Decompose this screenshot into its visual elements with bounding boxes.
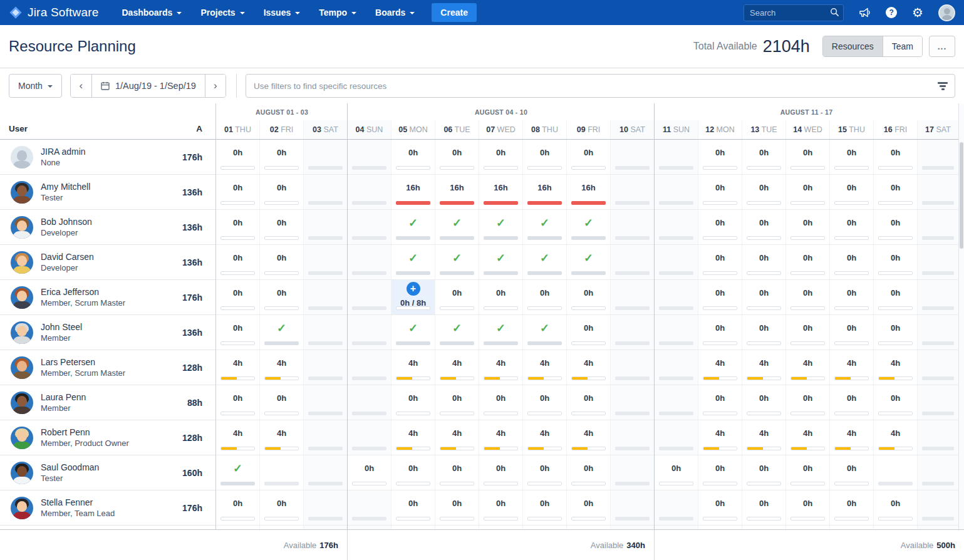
cell-off[interactable] bbox=[348, 315, 391, 350]
cell-zero[interactable]: 0h bbox=[348, 455, 391, 490]
cell-zero[interactable]: 0h bbox=[391, 385, 435, 420]
cell-off[interactable] bbox=[655, 315, 698, 350]
cell-zero[interactable]: 0h bbox=[874, 175, 918, 209]
user-row[interactable]: John SteelMember136h bbox=[0, 315, 215, 350]
cell-zero[interactable]: 0h bbox=[786, 315, 830, 350]
cell-off[interactable] bbox=[655, 175, 698, 209]
cell-zero[interactable]: 0h bbox=[216, 140, 260, 174]
cell-off[interactable] bbox=[348, 350, 391, 385]
cell-zero[interactable]: 0h bbox=[260, 245, 304, 279]
cell-off[interactable] bbox=[655, 350, 698, 385]
cell-zero[interactable]: 0h bbox=[567, 385, 611, 420]
cell-zero[interactable]: 0h bbox=[655, 455, 698, 490]
cell-zero[interactable]: 0h bbox=[435, 280, 479, 314]
cell-zero[interactable]: 0h bbox=[698, 490, 742, 525]
cell-off[interactable] bbox=[348, 490, 391, 525]
cell-half[interactable]: 4h bbox=[523, 420, 567, 455]
cell-zero[interactable]: 0h bbox=[523, 280, 567, 314]
cell-zero[interactable]: 0h bbox=[786, 490, 830, 525]
cell-zero[interactable]: 0h bbox=[786, 210, 830, 244]
cell-half[interactable]: 4h bbox=[567, 350, 611, 385]
cell-half[interactable]: 4h bbox=[260, 420, 304, 455]
cell-zero[interactable]: 0h bbox=[216, 280, 260, 314]
cell-zero[interactable]: 0h bbox=[698, 280, 742, 314]
cell-over[interactable]: 16h bbox=[479, 175, 523, 209]
cell-off[interactable] bbox=[611, 350, 655, 385]
cell-zero[interactable]: 0h bbox=[786, 245, 830, 279]
user-row[interactable]: Robert PennMember, Product Owner128h bbox=[0, 420, 215, 455]
cell-half[interactable]: 4h bbox=[391, 350, 435, 385]
cell-zero[interactable]: 0h bbox=[567, 280, 611, 314]
cell-zero[interactable]: 0h bbox=[391, 455, 435, 490]
cell-zero[interactable]: 0h bbox=[435, 140, 479, 174]
cell-check[interactable]: ✓ bbox=[567, 245, 611, 279]
cell-half[interactable]: 4h bbox=[830, 420, 874, 455]
cell-off[interactable] bbox=[611, 420, 655, 455]
cell-zero[interactable]: 0h bbox=[479, 140, 523, 174]
cell-zero[interactable]: 0h bbox=[742, 140, 786, 174]
cell-zero[interactable]: 0h bbox=[523, 385, 567, 420]
user-row[interactable]: Saul GoodmanTester160h bbox=[0, 455, 215, 490]
cell-zero[interactable]: 0h bbox=[830, 455, 874, 490]
cell-zero[interactable]: 0h bbox=[391, 140, 435, 174]
cell-check[interactable]: ✓ bbox=[260, 315, 304, 350]
cell-off[interactable] bbox=[304, 245, 348, 279]
cell-off[interactable] bbox=[348, 280, 391, 314]
cell-off[interactable] bbox=[611, 490, 655, 525]
cell-half[interactable]: 4h bbox=[216, 420, 260, 455]
more-options-button[interactable]: ... bbox=[929, 36, 955, 57]
cell-off[interactable] bbox=[304, 280, 348, 314]
cell-zero[interactable]: 0h bbox=[698, 315, 742, 350]
cell-half[interactable]: 4h bbox=[567, 420, 611, 455]
user-row[interactable]: Bob JohnsonDeveloper136h bbox=[0, 210, 215, 245]
cell-off[interactable] bbox=[611, 245, 655, 279]
cell-over[interactable]: 16h bbox=[523, 175, 567, 209]
cell-zero[interactable]: 0h bbox=[830, 315, 874, 350]
date-range-button[interactable]: 1/Aug/19 - 1/Sep/19 bbox=[91, 75, 205, 97]
nav-menu-dashboards[interactable]: Dashboards bbox=[112, 0, 191, 25]
cell-zero[interactable]: 0h bbox=[479, 490, 523, 525]
cell-off[interactable] bbox=[918, 175, 958, 209]
cell-half[interactable]: 4h bbox=[523, 350, 567, 385]
cell-zero[interactable]: 0h bbox=[567, 490, 611, 525]
cell-off[interactable] bbox=[918, 315, 958, 350]
cell-off[interactable] bbox=[918, 455, 958, 490]
cell-zero[interactable]: 0h bbox=[216, 490, 260, 525]
cell-off[interactable] bbox=[918, 385, 958, 420]
cell-check[interactable]: ✓ bbox=[435, 315, 479, 350]
user-avatar[interactable] bbox=[938, 4, 955, 21]
cell-zero[interactable]: 0h bbox=[830, 490, 874, 525]
cell-zero[interactable]: 0h bbox=[742, 210, 786, 244]
cell-check[interactable]: ✓ bbox=[391, 245, 435, 279]
cell-zero[interactable]: 0h bbox=[698, 140, 742, 174]
cell-check[interactable]: ✓ bbox=[435, 245, 479, 279]
cell-over[interactable]: 16h bbox=[435, 175, 479, 209]
cell-zero[interactable]: 0h bbox=[874, 245, 918, 279]
user-row[interactable]: David CarsenDeveloper136h bbox=[0, 245, 215, 280]
vertical-scrollbar[interactable] bbox=[958, 103, 964, 529]
nav-menu-boards[interactable]: Boards bbox=[366, 0, 424, 25]
cell-half[interactable]: 4h bbox=[742, 420, 786, 455]
cell-zero[interactable]: 0h bbox=[216, 210, 260, 244]
cell-half[interactable]: 4h bbox=[830, 350, 874, 385]
cell-zero[interactable]: 0h bbox=[874, 140, 918, 174]
scrollbar-thumb[interactable] bbox=[960, 142, 963, 249]
next-period-button[interactable]: › bbox=[205, 75, 225, 97]
cell-half[interactable]: 4h bbox=[742, 350, 786, 385]
cell-off[interactable] bbox=[918, 420, 958, 455]
cell-zero[interactable]: 0h bbox=[874, 280, 918, 314]
view-team-button[interactable]: Team bbox=[883, 36, 922, 56]
cell-off[interactable] bbox=[348, 420, 391, 455]
cell-zero[interactable]: 0h bbox=[260, 175, 304, 209]
cell-off[interactable] bbox=[655, 210, 698, 244]
cell-zero[interactable]: 0h bbox=[830, 385, 874, 420]
cell-off[interactable] bbox=[304, 385, 348, 420]
cell-zero[interactable]: 0h bbox=[742, 490, 786, 525]
cell-zero[interactable]: 0h bbox=[742, 280, 786, 314]
cell-check[interactable]: ✓ bbox=[567, 210, 611, 244]
user-row[interactable]: JIRA adminNone176h bbox=[0, 140, 215, 175]
cell-off[interactable] bbox=[304, 455, 348, 490]
cell-zero[interactable]: 0h bbox=[698, 455, 742, 490]
cell-zero[interactable]: 0h bbox=[786, 280, 830, 314]
cell-off[interactable] bbox=[304, 490, 348, 525]
